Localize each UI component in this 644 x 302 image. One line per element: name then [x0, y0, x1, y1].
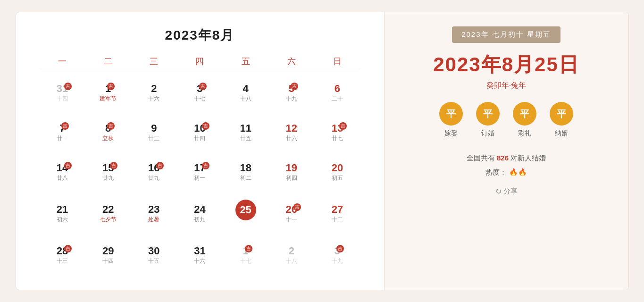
marriage-prefix: 全国共有	[467, 154, 495, 162]
day-cell[interactable]: 16吉廿九	[131, 152, 177, 192]
share-icon: ↻	[495, 187, 502, 196]
day-cell[interactable]: 9廿三	[131, 113, 177, 152]
marriage-line: 全国共有 826 对新人结婚	[467, 151, 546, 165]
weekday-四: 四	[177, 56, 223, 67]
day-cell[interactable]: 11廿五	[223, 113, 268, 152]
day-cell[interactable]: 2十八	[268, 236, 314, 276]
day-cell[interactable]: 1吉十七	[223, 236, 268, 276]
day-cell[interactable]: 5吉十九	[268, 73, 314, 113]
calendar-grid: 31吉十四1吉建军节2十六3吉十七4十八5吉十九6二十7吉廿一8吉立秋9廿三10…	[40, 73, 360, 276]
day-cell[interactable]: 13吉廿七	[314, 113, 360, 152]
marriage-info: 全国共有 826 对新人结婚 热度： 🔥🔥	[467, 151, 546, 179]
day-cell[interactable]: 12廿六	[268, 113, 314, 152]
fortune-item: 平彩礼	[513, 102, 536, 138]
main-container: 2023年8月 一二三四五六日 31吉十四1吉建军节2十六3吉十七4十八5吉十九…	[16, 12, 629, 290]
marriage-count: 826	[497, 154, 509, 162]
fortune-row: 平嫁娶平订婚平彩礼平纳婿	[439, 102, 573, 138]
weekday-三: 三	[131, 56, 177, 67]
fortune-item: 平订婚	[476, 102, 500, 138]
weekday-五: 五	[223, 56, 268, 67]
calendar-section: 2023年8月 一二三四五六日 31吉十四1吉建军节2十六3吉十七4十八5吉十九…	[16, 12, 384, 290]
hot-icons: 🔥🔥	[509, 165, 527, 179]
weekday-日: 日	[314, 56, 360, 67]
fortune-label: 彩礼	[518, 129, 531, 138]
day-cell[interactable]: 15吉廿九	[85, 152, 131, 192]
day-cell[interactable]: 26吉十一	[268, 193, 314, 236]
share-label: 分享	[503, 187, 518, 196]
weekday-一: 一	[40, 56, 85, 67]
day-cell[interactable]: 10吉廿四	[177, 113, 223, 152]
day-cell[interactable]: 6二十	[314, 73, 360, 113]
day-cell[interactable]: 21初六	[40, 193, 85, 236]
fortune-circle: 平	[476, 102, 500, 126]
weekday-六: 六	[268, 56, 314, 67]
day-cell[interactable]: 14吉廿八	[40, 152, 85, 192]
hot-line: 热度： 🔥🔥	[467, 165, 546, 179]
detail-section: 2023年 七月初十 星期五 2023年8月25日 癸卯年·兔年 平嫁娶平订婚平…	[384, 12, 628, 290]
day-cell[interactable]: 1吉建军节	[85, 73, 131, 113]
day-cell[interactable]: 3吉十九	[314, 236, 360, 276]
day-cell[interactable]: 22七夕节	[85, 193, 131, 236]
selected-date: 2023年8月25日	[433, 51, 579, 78]
day-cell[interactable]: 7吉廿一	[40, 113, 85, 152]
day-cell[interactable]: 19初四	[268, 152, 314, 192]
calendar-weekdays: 一二三四五六日	[40, 56, 360, 71]
day-cell[interactable]: 27十二	[314, 193, 360, 236]
day-cell[interactable]: 2十六	[131, 73, 177, 113]
lunar-header: 2023年 七月初十 星期五	[452, 26, 560, 43]
fortune-circle: 平	[513, 102, 536, 126]
day-cell[interactable]: 3吉十七	[177, 73, 223, 113]
fortune-label: 嫁娶	[444, 129, 458, 138]
day-cell[interactable]: 18初二	[223, 152, 268, 192]
day-cell[interactable]: 30十五	[131, 236, 177, 276]
year-animal: 癸卯年·兔年	[486, 81, 526, 91]
fortune-circle: 平	[550, 102, 573, 126]
fortune-label: 订婚	[481, 129, 494, 138]
weekday-二: 二	[85, 56, 131, 67]
day-cell[interactable]: 31十六	[177, 236, 223, 276]
calendar-title: 2023年8月	[40, 26, 360, 44]
day-cell[interactable]: 24初九	[177, 193, 223, 236]
fortune-circle: 平	[439, 102, 463, 126]
day-cell[interactable]: 25初十	[223, 193, 268, 236]
fortune-item: 平纳婿	[550, 102, 573, 138]
hot-label: 热度：	[485, 168, 507, 176]
day-cell[interactable]: 31吉十四	[40, 73, 85, 113]
day-cell[interactable]: 20初五	[314, 152, 360, 192]
day-cell[interactable]: 28吉十三	[40, 236, 85, 276]
fortune-item: 平嫁娶	[439, 102, 463, 138]
day-cell[interactable]: 8吉立秋	[85, 113, 131, 152]
day-cell[interactable]: 17吉初一	[177, 152, 223, 192]
marriage-suffix: 对新人结婚	[510, 154, 546, 162]
day-cell[interactable]: 4十八	[223, 73, 268, 113]
day-cell[interactable]: 23处暑	[131, 193, 177, 236]
fortune-label: 纳婿	[555, 129, 568, 138]
day-cell[interactable]: 29十四	[85, 236, 131, 276]
share-button[interactable]: ↻ 分享	[495, 187, 518, 196]
